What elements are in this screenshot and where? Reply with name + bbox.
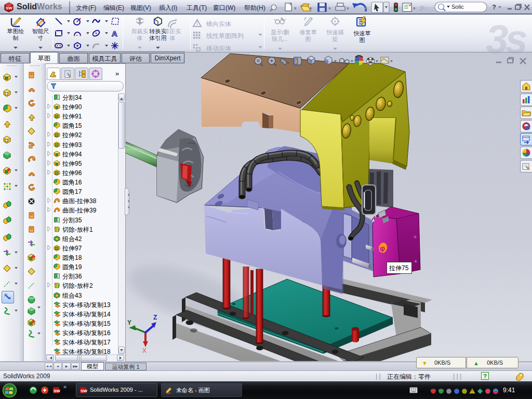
svg-text:!: !	[471, 389, 473, 394]
svg-text:拉伸75: 拉伸75	[389, 264, 409, 272]
svg-text:少..: 少..	[419, 5, 428, 10]
svg-text:?: ?	[492, 3, 496, 11]
svg-text:SW: SW	[54, 389, 60, 393]
svg-text:X: X	[142, 347, 147, 354]
svg-text:Z: Z	[153, 314, 157, 321]
svg-text:SW: SW	[81, 389, 87, 393]
svg-text:A: A	[112, 29, 117, 38]
svg-text:Y: Y	[127, 319, 131, 326]
svg-text:φ: φ	[380, 244, 385, 252]
svg-text:SW: SW	[6, 6, 12, 10]
svg-text:Solic: Solic	[451, 4, 464, 10]
